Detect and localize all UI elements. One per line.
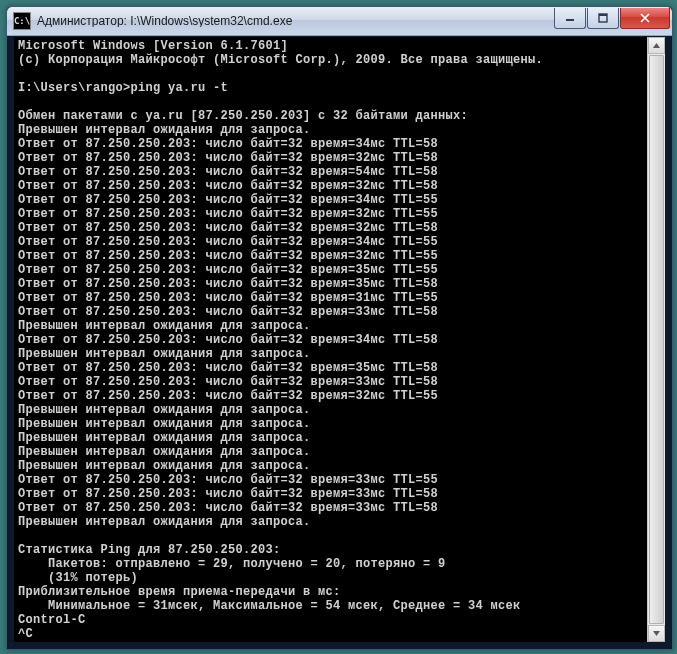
terminal-line: Превышен интервал ожидания для запроса. xyxy=(18,445,644,459)
terminal-line: Минимальное = 31мсек, Максимальное = 54 … xyxy=(18,599,644,613)
vertical-scrollbar[interactable] xyxy=(647,37,665,642)
terminal-line: Ответ от 87.250.250.203: число байт=32 в… xyxy=(18,263,644,277)
terminal-line xyxy=(18,67,644,81)
window-buttons xyxy=(553,8,670,28)
terminal-line: Ответ от 87.250.250.203: число байт=32 в… xyxy=(18,221,644,235)
terminal-line: Обмен пакетами с ya.ru [87.250.250.203] … xyxy=(18,109,644,123)
scroll-up-button[interactable] xyxy=(648,37,665,54)
terminal-line: Ответ от 87.250.250.203: число байт=32 в… xyxy=(18,207,644,221)
terminal-line: Ответ от 87.250.250.203: число байт=32 в… xyxy=(18,473,644,487)
terminal-line: Ответ от 87.250.250.203: число байт=32 в… xyxy=(18,249,644,263)
terminal-line: Ответ от 87.250.250.203: число байт=32 в… xyxy=(18,361,644,375)
close-button[interactable] xyxy=(620,8,670,29)
chevron-down-icon xyxy=(652,629,661,638)
terminal-line: Ответ от 87.250.250.203: число байт=32 в… xyxy=(18,277,644,291)
terminal-line: Ответ от 87.250.250.203: число байт=32 в… xyxy=(18,333,644,347)
terminal-line: Microsoft Windows [Version 6.1.7601] xyxy=(18,39,644,53)
terminal-line: Превышен интервал ожидания для запроса. xyxy=(18,403,644,417)
minimize-button[interactable] xyxy=(554,8,586,29)
terminal-line: I:\Users\rango>^V xyxy=(18,641,644,642)
minimize-icon xyxy=(565,13,575,23)
svg-rect-2 xyxy=(599,14,607,16)
cmd-icon-label: C:\ xyxy=(14,17,30,26)
terminal-line: Статистика Ping для 87.250.250.203: xyxy=(18,543,644,557)
terminal-line: Ответ от 87.250.250.203: число байт=32 в… xyxy=(18,389,644,403)
terminal-line xyxy=(18,529,644,543)
cmd-icon: C:\ xyxy=(13,12,31,30)
terminal-line: Ответ от 87.250.250.203: число байт=32 в… xyxy=(18,487,644,501)
chevron-up-icon xyxy=(652,41,661,50)
terminal-line: Ответ от 87.250.250.203: число байт=32 в… xyxy=(18,165,644,179)
titlebar[interactable]: C:\ Администратор: I:\Windows\system32\c… xyxy=(7,7,672,36)
terminal-line: ^C xyxy=(18,627,644,641)
terminal-line: Пакетов: отправлено = 29, получено = 20,… xyxy=(18,557,644,571)
terminal-line: (31% потерь) xyxy=(18,571,644,585)
maximize-icon xyxy=(598,13,608,23)
terminal-line: Превышен интервал ожидания для запроса. xyxy=(18,417,644,431)
cmd-window: C:\ Администратор: I:\Windows\system32\c… xyxy=(6,6,673,650)
terminal-line: Превышен интервал ожидания для запроса. xyxy=(18,319,644,333)
terminal-line: Превышен интервал ожидания для запроса. xyxy=(18,431,644,445)
close-icon xyxy=(639,13,651,23)
svg-rect-0 xyxy=(566,19,574,21)
terminal-line: Ответ от 87.250.250.203: число байт=32 в… xyxy=(18,137,644,151)
terminal-line: I:\Users\rango>ping ya.ru -t xyxy=(18,81,644,95)
terminal-line: Превышен интервал ожидания для запроса. xyxy=(18,515,644,529)
terminal-line: Ответ от 87.250.250.203: число байт=32 в… xyxy=(18,235,644,249)
scroll-down-button[interactable] xyxy=(648,625,665,642)
terminal-line: (c) Корпорация Майкрософт (Microsoft Cor… xyxy=(18,53,644,67)
terminal-line: Превышен интервал ожидания для запроса. xyxy=(18,123,644,137)
client-area: Microsoft Windows [Version 6.1.7601](c) … xyxy=(14,37,665,642)
terminal-line: Ответ от 87.250.250.203: число байт=32 в… xyxy=(18,193,644,207)
terminal-line: Ответ от 87.250.250.203: число байт=32 в… xyxy=(18,291,644,305)
terminal-line: Ответ от 87.250.250.203: число байт=32 в… xyxy=(18,375,644,389)
terminal-line: Приблизительное время приема-передачи в … xyxy=(18,585,644,599)
terminal-line: Ответ от 87.250.250.203: число байт=32 в… xyxy=(18,151,644,165)
maximize-button[interactable] xyxy=(587,8,619,29)
terminal-line xyxy=(18,95,644,109)
terminal-line: Ответ от 87.250.250.203: число байт=32 в… xyxy=(18,305,644,319)
terminal-line: Ответ от 87.250.250.203: число байт=32 в… xyxy=(18,179,644,193)
terminal-line: Превышен интервал ожидания для запроса. xyxy=(18,347,644,361)
terminal-line: Превышен интервал ожидания для запроса. xyxy=(18,459,644,473)
terminal-line: Ответ от 87.250.250.203: число байт=32 в… xyxy=(18,501,644,515)
scroll-thumb[interactable] xyxy=(649,55,664,624)
terminal-line: Control-C xyxy=(18,613,644,627)
window-title: Администратор: I:\Windows\system32\cmd.e… xyxy=(37,15,553,27)
terminal-output[interactable]: Microsoft Windows [Version 6.1.7601](c) … xyxy=(14,37,648,642)
